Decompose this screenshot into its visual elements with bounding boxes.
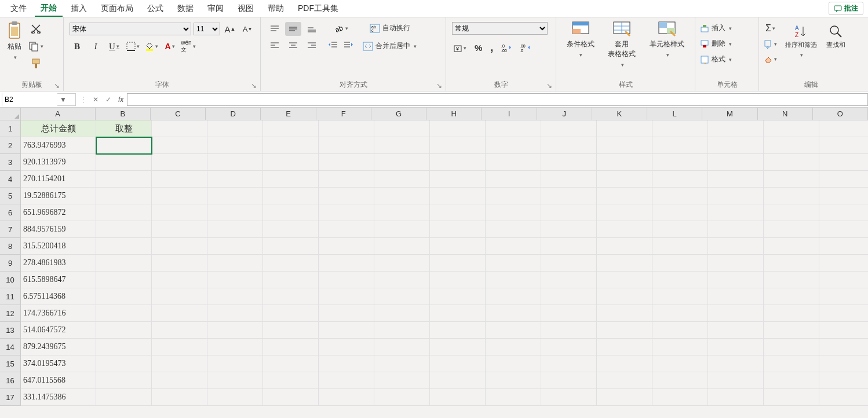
- cell-O17[interactable]: [819, 389, 868, 406]
- cell-H12[interactable]: [430, 305, 486, 322]
- row-header-3[interactable]: 3: [0, 154, 21, 171]
- cell-H16[interactable]: [430, 372, 486, 389]
- cell-A16[interactable]: 647.0115568: [21, 372, 96, 389]
- underline-button[interactable]: U: [107, 39, 122, 53]
- cell-I15[interactable]: [486, 355, 541, 372]
- cell-O6[interactable]: [819, 204, 868, 221]
- font-color-button[interactable]: A: [162, 39, 177, 53]
- ribbon-tab-2[interactable]: 插入: [65, 1, 93, 16]
- col-header-C[interactable]: C: [151, 108, 206, 120]
- cell-M10[interactable]: [708, 272, 764, 288]
- merge-button[interactable]: 合并后居中: [362, 40, 418, 52]
- cell-K6[interactable]: [597, 204, 652, 221]
- find-select-button[interactable]: 查找和: [824, 22, 848, 49]
- row-header-16[interactable]: 16: [0, 372, 21, 389]
- cell-D7[interactable]: [207, 221, 263, 238]
- format-painter-button[interactable]: [27, 57, 45, 71]
- cell-N1[interactable]: [764, 120, 819, 137]
- cell-E3[interactable]: [263, 154, 319, 171]
- name-box-input[interactable]: [2, 93, 57, 106]
- cell-M9[interactable]: [708, 255, 764, 272]
- cell-D5[interactable]: [207, 188, 263, 204]
- cell-K2[interactable]: [597, 137, 652, 154]
- cell-M11[interactable]: [708, 288, 764, 305]
- col-header-H[interactable]: H: [426, 108, 482, 120]
- cell-M16[interactable]: [708, 372, 764, 389]
- cell-M1[interactable]: [708, 120, 764, 137]
- cell-D17[interactable]: [207, 389, 263, 406]
- sort-filter-button[interactable]: AZ 排序和筛选: [783, 22, 819, 58]
- cell-E7[interactable]: [263, 221, 319, 238]
- cell-G13[interactable]: [374, 322, 430, 339]
- cell-F13[interactable]: [319, 322, 374, 339]
- cell-N12[interactable]: [764, 305, 819, 322]
- cell-K4[interactable]: [597, 171, 652, 188]
- cell-B5[interactable]: [96, 188, 152, 204]
- cell-K9[interactable]: [597, 255, 652, 272]
- cell-E2[interactable]: [263, 137, 319, 154]
- row-header-6[interactable]: 6: [0, 204, 21, 221]
- cell-F9[interactable]: [319, 255, 374, 272]
- cell-O1[interactable]: [819, 120, 868, 137]
- cell-C8[interactable]: [152, 238, 207, 255]
- cell-N5[interactable]: [764, 188, 819, 204]
- cell-D3[interactable]: [207, 154, 263, 171]
- cell-O3[interactable]: [819, 154, 868, 171]
- cell-O14[interactable]: [819, 339, 868, 355]
- cell-L3[interactable]: [652, 154, 708, 171]
- cell-F3[interactable]: [319, 154, 374, 171]
- cell-C5[interactable]: [152, 188, 207, 204]
- cell-C10[interactable]: [152, 272, 207, 288]
- row-header-13[interactable]: 13: [0, 322, 21, 339]
- cell-D9[interactable]: [207, 255, 263, 272]
- cell-N6[interactable]: [764, 204, 819, 221]
- cell-O7[interactable]: [819, 221, 868, 238]
- col-header-L[interactable]: L: [647, 108, 702, 120]
- cell-G7[interactable]: [374, 221, 430, 238]
- cell-D6[interactable]: [207, 204, 263, 221]
- row-header-17[interactable]: 17: [0, 389, 21, 406]
- cell-C9[interactable]: [152, 255, 207, 272]
- cell-H7[interactable]: [430, 221, 486, 238]
- phonetic-button[interactable]: wén文: [181, 39, 196, 53]
- cell-C2[interactable]: [152, 137, 207, 154]
- cell-L1[interactable]: [652, 120, 708, 137]
- col-header-J[interactable]: J: [537, 108, 592, 120]
- cell-K14[interactable]: [597, 339, 652, 355]
- cell-M3[interactable]: [708, 154, 764, 171]
- cell-K10[interactable]: [597, 272, 652, 288]
- cell-J12[interactable]: [541, 305, 597, 322]
- cell-H2[interactable]: [430, 137, 486, 154]
- cell-J10[interactable]: [541, 272, 597, 288]
- cell-B17[interactable]: [96, 389, 152, 406]
- cell-E6[interactable]: [263, 204, 319, 221]
- cell-I17[interactable]: [486, 389, 541, 406]
- cell-F8[interactable]: [319, 238, 374, 255]
- cell-I13[interactable]: [486, 322, 541, 339]
- cell-I6[interactable]: [486, 204, 541, 221]
- format-cells-button[interactable]: 格式: [699, 53, 733, 65]
- cell-J8[interactable]: [541, 238, 597, 255]
- cell-D1[interactable]: [207, 120, 263, 137]
- row-header-10[interactable]: 10: [0, 272, 21, 288]
- cell-K15[interactable]: [597, 355, 652, 372]
- cell-C6[interactable]: [152, 204, 207, 221]
- cell-H17[interactable]: [430, 389, 486, 406]
- cell-I8[interactable]: [486, 238, 541, 255]
- cell-I5[interactable]: [486, 188, 541, 204]
- enter-formula[interactable]: ✓: [102, 93, 115, 106]
- cell-L15[interactable]: [652, 355, 708, 372]
- grow-font-button[interactable]: A▲: [223, 22, 238, 36]
- cell-D13[interactable]: [207, 322, 263, 339]
- cell-D10[interactable]: [207, 272, 263, 288]
- row-header-8[interactable]: 8: [0, 238, 21, 255]
- percent-button[interactable]: %: [473, 41, 483, 55]
- cut-button[interactable]: [27, 22, 45, 36]
- paste-button[interactable]: 粘贴: [3, 19, 25, 61]
- cell-B16[interactable]: [96, 372, 152, 389]
- cell-F15[interactable]: [319, 355, 374, 372]
- col-header-M[interactable]: M: [702, 108, 757, 120]
- cell-B9[interactable]: [96, 255, 152, 272]
- cell-G15[interactable]: [374, 355, 430, 372]
- cell-L8[interactable]: [652, 238, 708, 255]
